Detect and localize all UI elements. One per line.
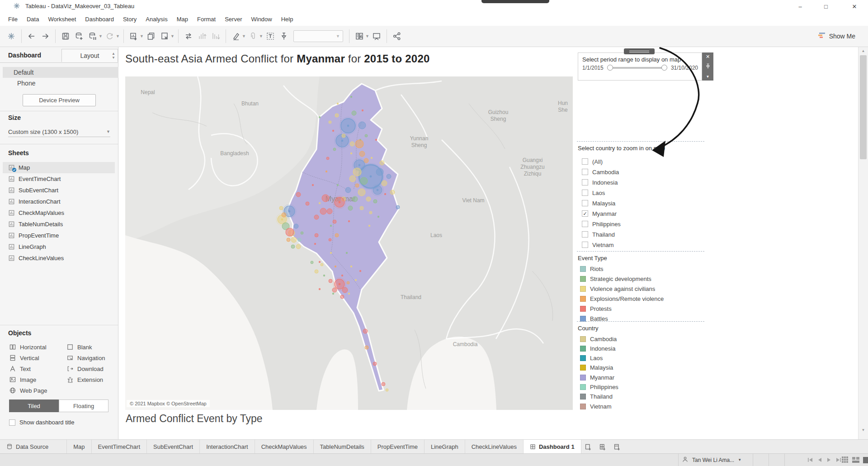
undo-button[interactable] <box>25 28 38 44</box>
event-dot[interactable] <box>337 184 339 186</box>
sheet-item-map[interactable]: Map <box>3 162 115 173</box>
save-button[interactable] <box>59 28 72 44</box>
event-bubble[interactable] <box>373 362 377 366</box>
menu-dashboard[interactable]: Dashboard <box>80 13 118 26</box>
scroll-down-icon[interactable]: ▼ <box>859 426 868 433</box>
chevron-down-icon[interactable]: ▼ <box>140 34 144 38</box>
event-bubble[interactable] <box>315 233 318 237</box>
checkbox[interactable] <box>582 200 588 206</box>
event-dot[interactable] <box>375 139 377 141</box>
menu-help[interactable]: Help <box>277 13 298 26</box>
event-bubble[interactable] <box>390 190 395 195</box>
floating-button[interactable]: Floating <box>59 399 108 412</box>
presentation-button[interactable] <box>370 28 383 44</box>
event-dot[interactable] <box>368 225 370 227</box>
legend-item-explosions-remote-violence[interactable]: Explosions/Remote violence <box>580 295 664 303</box>
menu-format[interactable]: Format <box>193 13 220 26</box>
map-attribution[interactable]: © 2021 Mapbox © OpenStreetMap <box>127 400 210 407</box>
new-story-tab-button[interactable] <box>610 440 625 453</box>
close-icon[interactable]: ✕ <box>706 54 710 59</box>
event-dot[interactable] <box>335 266 336 267</box>
event-bubble[interactable] <box>311 261 313 264</box>
sheet-item-checkmapvalues[interactable]: CheckMapValues <box>3 207 115 219</box>
object-vertical[interactable]: Vertical <box>9 353 39 363</box>
event-bubble[interactable] <box>360 206 363 210</box>
event-bubble[interactable] <box>326 157 329 160</box>
size-dropdown[interactable]: Custom size (1300 x 1500) ▼ <box>8 127 110 137</box>
event-dot[interactable] <box>314 243 316 245</box>
object-horizontal[interactable]: Horizontal <box>9 342 47 352</box>
event-dot[interactable] <box>377 216 379 218</box>
event-dot[interactable] <box>350 96 352 98</box>
event-bubble[interactable] <box>376 168 383 176</box>
sheet-item-eventtimechart[interactable]: EventTimeChart <box>3 173 115 185</box>
event-dot[interactable] <box>332 293 334 295</box>
event-bubble[interactable] <box>287 238 290 242</box>
event-bubble[interactable] <box>335 114 339 117</box>
object-image[interactable]: Image <box>9 375 36 385</box>
sheet-tab-data-source[interactable]: Data Source <box>0 440 67 453</box>
event-dot[interactable] <box>371 157 373 159</box>
chevron-down-icon[interactable]: ▼ <box>706 75 710 79</box>
device-mode-phone[interactable]: Phone <box>3 78 129 89</box>
legend-item-myanmar[interactable]: Myanmar <box>580 373 614 381</box>
event-bubble[interactable] <box>327 209 332 214</box>
period-filter-card[interactable]: Select period range to display on map 1/… <box>578 52 702 81</box>
event-bubble[interactable] <box>355 184 359 187</box>
refresh-button[interactable] <box>103 28 117 44</box>
sheet-tab-tablenumdetails[interactable]: TableNumDetails <box>314 440 371 453</box>
fix-axes-button[interactable] <box>277 28 291 44</box>
checkbox[interactable] <box>582 158 588 165</box>
event-bubble[interactable] <box>340 295 344 299</box>
checkbox[interactable] <box>582 242 588 248</box>
event-dot[interactable] <box>319 288 321 290</box>
new-worksheet-tab-button[interactable] <box>581 440 596 453</box>
legend-item-violence-against-civilians[interactable]: Violence against civilians <box>580 285 655 293</box>
object-navigation[interactable]: Navigation <box>66 353 105 363</box>
legend-item-thailand[interactable]: Thailand <box>580 393 613 401</box>
conflict-map[interactable]: NepalBhutanBangladeshYunnanShengGuizhouS… <box>125 76 573 410</box>
redo-button[interactable] <box>38 28 52 44</box>
legend-item-riots[interactable]: Riots <box>580 265 604 273</box>
event-bubble[interactable] <box>386 389 388 391</box>
event-dot[interactable] <box>346 252 348 254</box>
event-bubble[interactable] <box>380 161 384 165</box>
event-bubble[interactable] <box>306 202 309 205</box>
event-bubble[interactable] <box>355 140 363 148</box>
show-dashboard-title-checkbox[interactable] <box>9 419 15 426</box>
legend-item-protests[interactable]: Protests <box>580 304 612 313</box>
highlight-button[interactable] <box>229 28 243 44</box>
event-bubble[interactable] <box>301 232 303 234</box>
event-bubble[interactable] <box>347 281 349 284</box>
event-bubble[interactable] <box>365 134 368 137</box>
event-bubble[interactable] <box>296 244 301 249</box>
event-dot[interactable] <box>319 261 321 263</box>
scroll-thumb[interactable] <box>860 55 867 159</box>
show-tabs-view-button[interactable] <box>842 456 849 463</box>
event-bubble[interactable] <box>363 329 368 333</box>
object-text[interactable]: Text <box>9 364 31 374</box>
checkbox[interactable]: ✓ <box>582 210 588 217</box>
show-labels-button[interactable] <box>264 28 277 44</box>
menu-worksheet[interactable]: Worksheet <box>43 13 80 26</box>
event-bubble[interactable] <box>296 192 301 197</box>
tiled-button[interactable]: Tiled <box>9 399 59 412</box>
event-bubble[interactable] <box>350 142 354 146</box>
device-preview-button[interactable]: Device Preview <box>23 94 96 106</box>
object-web-page[interactable]: Web Page <box>9 385 47 395</box>
sheet-item-linegraph[interactable]: LineGraph <box>3 241 115 252</box>
slider-handle-start[interactable] <box>607 65 613 71</box>
chevron-down-icon[interactable]: ▼ <box>170 34 175 38</box>
event-dot[interactable] <box>326 171 327 172</box>
sheet-tab-propeventtime[interactable]: PropEventTime <box>371 440 425 453</box>
pin-icon[interactable] <box>705 63 711 71</box>
event-bubble[interactable] <box>333 220 336 223</box>
country-option-laos[interactable]: Laos <box>582 188 605 197</box>
chevron-down-icon[interactable]: ▼ <box>259 34 264 38</box>
chevron-down-icon[interactable]: ▼ <box>242 34 246 38</box>
event-dot[interactable] <box>362 109 363 111</box>
event-dot[interactable] <box>332 130 334 132</box>
clear-sheet-button[interactable] <box>158 28 171 44</box>
event-bubble[interactable] <box>373 200 377 203</box>
legend-item-indonesia[interactable]: Indonesia <box>580 344 615 352</box>
